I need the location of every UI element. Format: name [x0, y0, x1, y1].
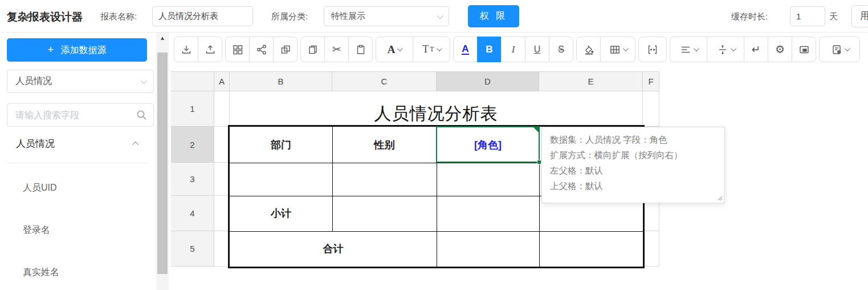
align-lines-icon	[680, 44, 691, 55]
column-header-a[interactable]: A	[214, 71, 230, 91]
divider	[7, 163, 147, 163]
document-gear-icon	[831, 44, 842, 55]
category-select-value: 特性展示	[331, 11, 365, 22]
cut-button[interactable]: ✂	[324, 37, 349, 62]
font-color-icon: A	[462, 44, 468, 55]
cell-c2-gender[interactable]: 性别	[332, 127, 437, 163]
horizontal-align-button[interactable]	[670, 37, 707, 62]
chevron-down-icon	[622, 46, 628, 51]
column-header-f[interactable]: F	[643, 71, 659, 91]
underline-icon: U	[534, 45, 541, 55]
dataset-select-value: 人员情况	[15, 75, 52, 87]
field-search	[7, 103, 154, 127]
import-upload-button[interactable]	[198, 37, 222, 62]
dataset-select[interactable]: 人员情况	[7, 70, 154, 93]
plus-icon: +	[48, 44, 54, 55]
chevron-down-icon	[730, 46, 736, 51]
clipboard-icon	[355, 44, 366, 55]
tooltip-line-left-parent: 左父格：默认	[550, 163, 716, 178]
chevron-down-icon	[397, 46, 403, 51]
field-search-input[interactable]	[7, 103, 154, 127]
cell-b4-subtotal[interactable]: 小计	[230, 196, 332, 231]
dataset-section-title: 人员情况	[16, 137, 55, 150]
chevron-down-icon	[437, 46, 442, 51]
report-config-button[interactable]	[819, 37, 860, 62]
cell-a3[interactable]	[214, 163, 230, 196]
borders-button[interactable]	[600, 37, 635, 62]
row-header-2-selected[interactable]: 2	[171, 127, 214, 163]
corner-header-cell[interactable]	[171, 71, 214, 91]
fill-color-button[interactable]	[576, 37, 601, 62]
cell-a1[interactable]	[214, 91, 230, 127]
cell-b2-department[interactable]: 部门	[230, 127, 332, 163]
overlap-squares-icon	[280, 44, 291, 55]
cell-f1[interactable]	[643, 91, 659, 127]
cache-duration-label: 缓存时长:	[731, 11, 768, 22]
strikethrough-button[interactable]: S	[549, 37, 573, 62]
combine-shapes-button[interactable]	[273, 37, 298, 62]
scrollbar-thumb[interactable]	[157, 53, 168, 274]
category-label: 所属分类:	[271, 11, 308, 22]
category-select[interactable]: 特性展示	[324, 6, 449, 26]
cell-f5[interactable]	[643, 231, 659, 267]
paste-button[interactable]	[348, 37, 373, 62]
report-spreadsheet: A B C D E F 1 2 3 4 5 人员情况分析表 部门 性别 [角色]…	[171, 71, 659, 267]
merge-cells-icon	[647, 44, 658, 55]
underline-button[interactable]: U	[525, 37, 549, 62]
column-header-c[interactable]: C	[332, 71, 437, 91]
cell-a5[interactable]	[214, 231, 230, 267]
font-family-button[interactable]: A	[376, 37, 413, 62]
wrap-return-icon: ↵	[752, 43, 761, 56]
cell-d2-role-field[interactable]: [角色]	[437, 127, 539, 163]
widget-card-icon	[798, 44, 810, 55]
bold-button[interactable]: B	[477, 37, 502, 62]
font-color-button[interactable]: A	[453, 37, 478, 62]
chevron-down-icon	[141, 77, 147, 83]
font-size-button[interactable]: TT	[413, 37, 450, 62]
chevron-down-icon	[844, 46, 850, 51]
clipped-edge-button[interactable]: 用	[851, 5, 868, 27]
field-item-realname[interactable]: 真实姓名	[23, 264, 137, 280]
copy-button[interactable]	[300, 37, 325, 62]
field-item-uid[interactable]: 人员UID	[23, 180, 137, 196]
report-name-input[interactable]	[152, 6, 253, 26]
vertical-align-button[interactable]	[707, 37, 744, 62]
column-header-d-selected[interactable]: D	[437, 71, 539, 91]
report-title-cell[interactable]: 人员情况分析表	[230, 91, 643, 127]
row-header-4[interactable]: 4	[171, 196, 214, 231]
italic-button[interactable]: I	[501, 37, 525, 62]
wrap-text-button[interactable]: ↵	[744, 37, 768, 62]
chevron-down-icon	[693, 46, 699, 51]
permission-button[interactable]: 权 限	[468, 5, 519, 27]
row-header-3[interactable]: 3	[171, 163, 214, 196]
italic-icon: I	[512, 44, 515, 55]
component-grid-button[interactable]	[225, 37, 250, 62]
merge-cells-button[interactable]	[638, 37, 667, 62]
resize-handle-icon[interactable]	[716, 195, 723, 202]
scroll-up-arrow-icon[interactable]: ▲	[156, 35, 169, 41]
share-icon	[256, 44, 267, 55]
add-datasource-button[interactable]: + 添加数据源	[7, 38, 147, 62]
row-header-1[interactable]: 1	[171, 91, 214, 127]
export-download-button[interactable]	[174, 37, 198, 62]
copy-pages-icon	[307, 44, 319, 55]
column-header-e[interactable]: E	[539, 71, 643, 91]
row-header-5[interactable]: 5	[171, 231, 214, 267]
scissors-icon: ✂	[332, 43, 341, 56]
column-header-b[interactable]: B	[230, 71, 332, 91]
field-item-login[interactable]: 登录名	[23, 222, 137, 238]
cell-a2[interactable]	[214, 127, 230, 163]
tooltip-line-top-parent: 上父格：默认	[550, 178, 716, 194]
upload-icon	[205, 44, 216, 55]
dataset-section-header[interactable]: 人员情况	[16, 137, 138, 150]
settings-button[interactable]: ⚙	[768, 37, 792, 62]
sidebar-scrollbar[interactable]: ▲	[156, 33, 169, 290]
cell-b5-total-merged[interactable]: 合计	[230, 231, 437, 267]
download-icon	[181, 44, 192, 55]
insert-widget-button[interactable]	[792, 37, 816, 62]
share-button[interactable]	[249, 37, 274, 62]
tooltip-line-expand: 扩展方式：横向扩展（按列向右）	[550, 147, 716, 163]
cell-a4[interactable]	[214, 196, 230, 231]
font-size-icon: T	[422, 43, 429, 55]
cache-duration-input[interactable]	[790, 6, 825, 26]
